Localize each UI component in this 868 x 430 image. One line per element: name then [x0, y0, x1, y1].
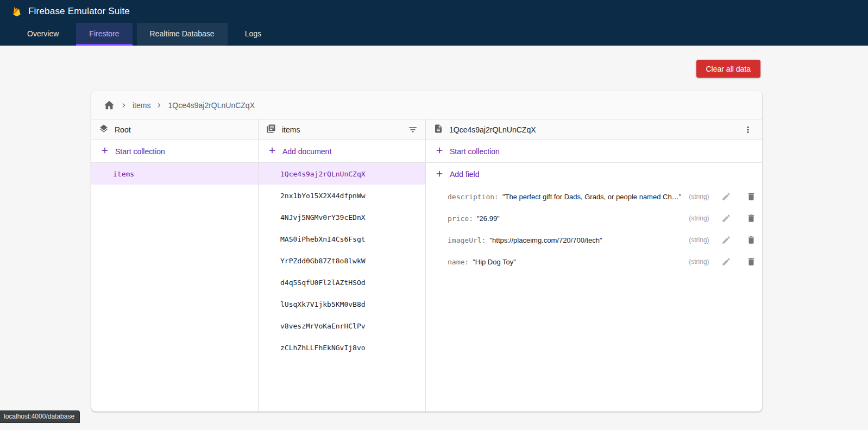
collection-icon — [266, 124, 276, 135]
document-row[interactable]: d4q5SqfU0Fl2lAZtHSOd — [259, 271, 425, 293]
add-document-label: Add document — [282, 147, 331, 156]
document-row[interactable]: lUsqXk7V1jkb5KM0vB8d — [259, 293, 425, 315]
start-collection-label: Start collection — [115, 147, 165, 156]
root-panel-header: Root — [91, 119, 258, 140]
field-type: (string) — [681, 214, 709, 222]
doc-start-collection-button[interactable]: Start collection — [426, 140, 762, 163]
plus-icon — [100, 146, 110, 157]
layers-icon — [99, 124, 109, 135]
toolbar: Clear all data — [0, 46, 868, 78]
document-row[interactable]: 2nx1bYo15X2X44dfpnWw — [259, 185, 425, 206]
collection-panel-title: items — [282, 125, 300, 134]
delete-trash-icon[interactable] — [746, 257, 756, 267]
field-value: "https://placeimg.com/720/700/tech" — [489, 236, 602, 244]
add-document-button[interactable]: Add document — [259, 140, 425, 163]
field-type: (string) — [681, 193, 709, 200]
field-row-description: description: "The perfect gift for Dads,… — [426, 186, 762, 207]
chevron-right-icon — [119, 101, 128, 110]
firebase-logo-icon — [11, 5, 23, 17]
document-icon — [433, 124, 443, 135]
title-bar: Firebase Emulator Suite — [0, 0, 868, 23]
edit-pencil-icon[interactable] — [721, 235, 731, 245]
field-key: name: — [448, 258, 469, 266]
root-panel: Root Start collection items — [91, 119, 259, 412]
breadcrumb-collection[interactable]: items — [133, 101, 150, 110]
plus-icon — [435, 169, 444, 180]
tab-realtime-database[interactable]: Realtime Database — [137, 23, 228, 46]
field-value: "The perfect gift for Dads, Grads, or pe… — [502, 193, 681, 201]
document-row[interactable]: v8veszMrVoKaEnrHClPv — [259, 315, 425, 337]
field-row-price: price: "26.99" (string) — [426, 207, 762, 229]
plus-icon — [267, 146, 277, 157]
tab-bar: Overview Firestore Realtime Database Log… — [0, 23, 868, 46]
plus-icon — [435, 146, 444, 157]
chevron-right-icon — [155, 101, 163, 110]
field-row-name: name: "Hip Dog Toy" (string) — [426, 251, 762, 273]
collection-panel-header: items — [259, 119, 425, 140]
home-icon[interactable] — [103, 99, 115, 111]
field-key: imageUrl: — [448, 236, 486, 244]
doc-start-collection-label: Start collection — [450, 147, 500, 156]
app-header: Firebase Emulator Suite Overview Firesto… — [0, 0, 868, 46]
firestore-card: items 1Qce4s9aj2rQLnUnCZqX Root Start co… — [91, 91, 762, 412]
edit-pencil-icon[interactable] — [721, 257, 731, 267]
edit-pencil-icon[interactable] — [721, 192, 731, 201]
document-row[interactable]: 4NJvj5NGMv0rY39cEDnX — [259, 206, 425, 228]
document-row[interactable]: 1Qce4s9aj2rQLnUnCZqX — [259, 163, 425, 185]
start-collection-button[interactable]: Start collection — [91, 140, 258, 163]
document-panel: 1Qce4s9aj2rQLnUnCZqX Start collection Ad… — [426, 119, 762, 412]
collection-panel: items Add document 1Qce4s9aj2rQLnUnCZqX … — [259, 119, 426, 412]
document-row[interactable]: YrPZdd0Gb87Zt8o8lwkW — [259, 250, 425, 271]
tab-overview[interactable]: Overview — [14, 23, 72, 46]
tab-firestore[interactable]: Firestore — [76, 23, 132, 46]
browser-status-bubble: localhost:4000/database — [0, 410, 80, 423]
field-row-imageUrl: imageUrl: "https://placeimg.com/720/700/… — [426, 229, 762, 251]
breadcrumb: items 1Qce4s9aj2rQLnUnCZqX — [91, 91, 762, 119]
clear-all-data-button[interactable]: Clear all data — [696, 60, 761, 78]
collection-row-items[interactable]: items — [91, 163, 258, 185]
document-panel-title: 1Qce4s9aj2rQLnUnCZqX — [449, 125, 536, 134]
delete-trash-icon[interactable] — [746, 235, 756, 245]
delete-trash-icon[interactable] — [746, 213, 756, 223]
panels: Root Start collection items items — [91, 119, 762, 412]
field-type: (string) — [681, 258, 709, 265]
edit-pencil-icon[interactable] — [721, 213, 731, 223]
filter-icon[interactable] — [408, 125, 418, 135]
breadcrumb-document[interactable]: 1Qce4s9aj2rQLnUnCZqX — [168, 101, 255, 110]
field-key: price: — [448, 214, 473, 223]
tab-logs[interactable]: Logs — [232, 23, 274, 46]
add-field-label: Add field — [450, 170, 479, 179]
field-value: "26.99" — [477, 214, 500, 223]
field-type: (string) — [681, 236, 709, 244]
document-panel-header: 1Qce4s9aj2rQLnUnCZqX — [426, 119, 762, 140]
document-row[interactable]: MAS0iPhebXnI4Cs6Fsgt — [259, 228, 425, 250]
app-title: Firebase Emulator Suite — [28, 6, 130, 17]
field-key: description: — [448, 193, 499, 201]
add-field-button[interactable]: Add field — [426, 163, 762, 186]
document-row[interactable]: zCLhZhLLFhEkNGvIj8vo — [259, 337, 425, 358]
kebab-menu-icon[interactable] — [743, 125, 762, 135]
field-value: "Hip Dog Toy" — [473, 258, 516, 266]
root-panel-title: Root — [115, 125, 131, 134]
delete-trash-icon[interactable] — [746, 192, 756, 201]
